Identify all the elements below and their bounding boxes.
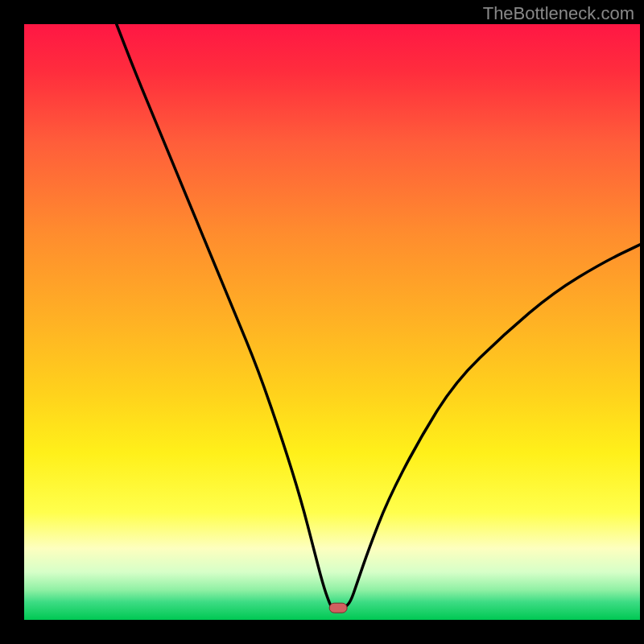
watermark-text: TheBottleneck.com [483, 3, 634, 24]
chart-plot-area [24, 24, 640, 620]
bottleneck-chart [0, 0, 644, 644]
optimal-point-marker [329, 603, 347, 613]
chart-container [0, 0, 644, 644]
